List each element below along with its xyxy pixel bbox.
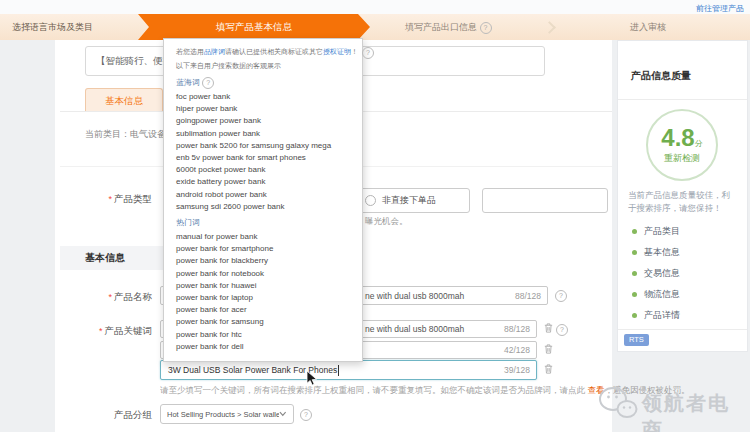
tab-basic-info[interactable]: 基本信息 — [85, 88, 163, 112]
suggestion-item[interactable]: enb 5v power bank for smart phones — [176, 152, 356, 164]
suggestion-item[interactable]: power bank for htc — [176, 329, 356, 341]
brand-warning-mid: 请确认已提供相关商标证或其它 — [225, 48, 323, 55]
divider — [618, 99, 747, 100]
quality-score-circle: 4.8分 重新检测 — [646, 109, 718, 181]
sidebar-item-label: 物流信息 — [644, 288, 680, 301]
product-type-option-2[interactable] — [482, 188, 608, 213]
help-icon[interactable] — [300, 409, 312, 421]
suggestion-item[interactable]: power bank for acer — [176, 304, 356, 316]
suggestion-item[interactable]: power bank for notebook — [176, 268, 356, 280]
product-type-option-1-label: 非直接下单品 — [382, 194, 436, 207]
keyword-input-3-focused[interactable]: 3W Dual USB Solar Power Bank For Phones … — [160, 360, 537, 380]
required-asterisk: * — [108, 194, 112, 204]
keywords-label: *产品关键词 — [40, 325, 152, 338]
hot-words-label: 热门词 — [176, 215, 356, 231]
product-name-label-text: 产品名称 — [114, 291, 152, 302]
steps-bar: 选择语言市场及类目 填写产品基本信息 填写产品出口信息 进入审核 — [0, 14, 750, 40]
green-dot-icon — [632, 292, 637, 297]
suggestion-item[interactable]: power bank for laptop — [176, 292, 356, 304]
green-dot-icon — [632, 229, 637, 234]
wechat-logo-icon — [597, 386, 639, 426]
sidebar-item-trade[interactable]: 交易信息 — [632, 263, 680, 284]
suggestion-item[interactable]: power bank for dell — [176, 341, 356, 353]
product-type-label: *产品类型 — [40, 193, 152, 206]
delete-keyword-2-button[interactable] — [542, 343, 554, 356]
keyword-1-counter: 88/128 — [504, 321, 530, 337]
chevron-down-icon — [279, 411, 287, 417]
recheck-button[interactable]: 重新检测 — [664, 152, 700, 165]
sidebar-item-label: 产品详情 — [644, 309, 680, 322]
sidebar-item-label: 交易信息 — [644, 267, 680, 280]
auth-proof-link[interactable]: 授权证明 — [323, 48, 351, 55]
green-dot-icon — [632, 271, 637, 276]
step-export-info[interactable]: 填写产品出口信息 — [405, 14, 492, 40]
suggestion-item[interactable]: power bank for blackberry — [176, 255, 356, 267]
sidebar-item-detail[interactable]: 产品详情 — [632, 305, 680, 326]
step-select-market[interactable]: 选择语言市场及类目 — [12, 14, 93, 40]
blue-ocean-words-label: 蓝海词 — [176, 75, 356, 91]
mouse-cursor-icon — [306, 370, 318, 391]
product-group-select[interactable]: Hot Selling Products > Solar wallets — [160, 404, 294, 424]
help-icon — [362, 47, 374, 59]
keyword-suggestion-popup: 若您选用品牌词请确认已提供相关商标证或其它授权证明！ 以下来自用户搜索数据的客观… — [163, 38, 363, 362]
product-name-label: *产品名称 — [40, 291, 152, 304]
product-group-label: 产品分组 — [40, 409, 152, 422]
quality-score-unit: 分 — [695, 139, 703, 148]
suggestion-item[interactable]: exide battery power bank — [176, 176, 356, 188]
suggestion-item[interactable]: power bank 5200 for samsung galaxy mega — [176, 140, 356, 152]
brand-warning-line: 若您选用品牌词请确认已提供相关商标证或其它授权证明！ — [176, 45, 356, 59]
product-group-value: Hot Selling Products > Solar wallets — [167, 410, 279, 419]
brand-word-link[interactable]: 品牌词 — [204, 48, 225, 55]
suggestion-item[interactable]: goingpower power bank — [176, 115, 356, 127]
delete-keyword-1-button[interactable] — [542, 322, 554, 335]
chevron-right-icon — [543, 21, 556, 34]
keyword-3-counter: 39/128 — [504, 361, 530, 379]
sidebar-item-category[interactable]: 产品类目 — [632, 221, 680, 242]
keywords-label-text: 产品关键词 — [105, 325, 153, 336]
suggestion-item[interactable]: power bank for smartphone — [176, 243, 356, 255]
sidebar-item-label: 基本信息 — [644, 246, 680, 259]
quality-score: 4.8 — [661, 124, 694, 151]
keyword-2-counter: 42/128 — [504, 342, 530, 358]
quality-section-list: 产品类目 基本信息 交易信息 物流信息 产品详情 — [632, 221, 680, 326]
keyword-1-value: ne with dual usb 8000mah — [365, 321, 464, 337]
product-type-label-text: 产品类型 — [114, 193, 152, 204]
text-caret — [338, 365, 339, 376]
help-icon[interactable] — [556, 324, 568, 336]
sidebar-item-basic[interactable]: 基本信息 — [632, 242, 680, 263]
required-asterisk: * — [108, 292, 112, 302]
brand-warning-end: ！ — [351, 48, 358, 55]
suggestion-item[interactable]: hiper power bank — [176, 103, 356, 115]
data-source-line: 以下来自用户搜索数据的客观展示 — [176, 59, 356, 73]
suggestion-item[interactable]: 6000t pocket power bank — [176, 164, 356, 176]
blue-ocean-label-text: 蓝海词 — [176, 78, 200, 87]
suggestion-item[interactable]: samsung sdi 2600 power bank — [176, 201, 356, 213]
help-icon[interactable] — [555, 290, 567, 302]
exposure-note-fragment: 曝光机会。 — [365, 216, 408, 228]
radio-icon[interactable] — [365, 195, 376, 206]
current-category-text: 当前类目：电气设备 — [85, 128, 166, 141]
rts-badge: RTS — [624, 334, 649, 346]
step-export-info-label: 填写产品出口信息 — [405, 22, 477, 32]
suggestion-item[interactable]: power bank for huawei — [176, 280, 356, 292]
product-type-option-1[interactable]: 非直接下单品 — [352, 188, 470, 213]
suggestion-item[interactable]: sublimation power bank — [176, 128, 356, 140]
suggestion-item[interactable]: power bank for samsung — [176, 316, 356, 328]
top-strip — [0, 0, 750, 14]
suggestion-item[interactable]: android robot power bank — [176, 189, 356, 201]
suggestion-item[interactable]: manual for power bank — [176, 231, 356, 243]
page: 前往管理产品 选择语言市场及类目 填写产品基本信息 填写产品出口信息 进入审核 … — [0, 0, 750, 432]
suggestion-item[interactable]: foc power bank — [176, 91, 356, 103]
quality-card-title: 产品信息质量 — [631, 69, 691, 83]
green-dot-icon — [632, 313, 637, 318]
product-name-counter: 88/128 — [515, 287, 541, 304]
manage-products-link[interactable]: 前往管理产品 — [696, 3, 744, 14]
watermark-text: 领航者电商 — [642, 390, 750, 432]
sidebar-item-logistics[interactable]: 物流信息 — [632, 284, 680, 305]
delete-keyword-3-button[interactable] — [542, 363, 554, 376]
section-header-label: 基本信息 — [85, 252, 125, 263]
step-review[interactable]: 进入审核 — [630, 14, 666, 40]
help-icon — [480, 22, 492, 34]
divider — [618, 329, 747, 330]
step-basic-info-active[interactable]: 填写产品基本信息 — [138, 14, 370, 40]
